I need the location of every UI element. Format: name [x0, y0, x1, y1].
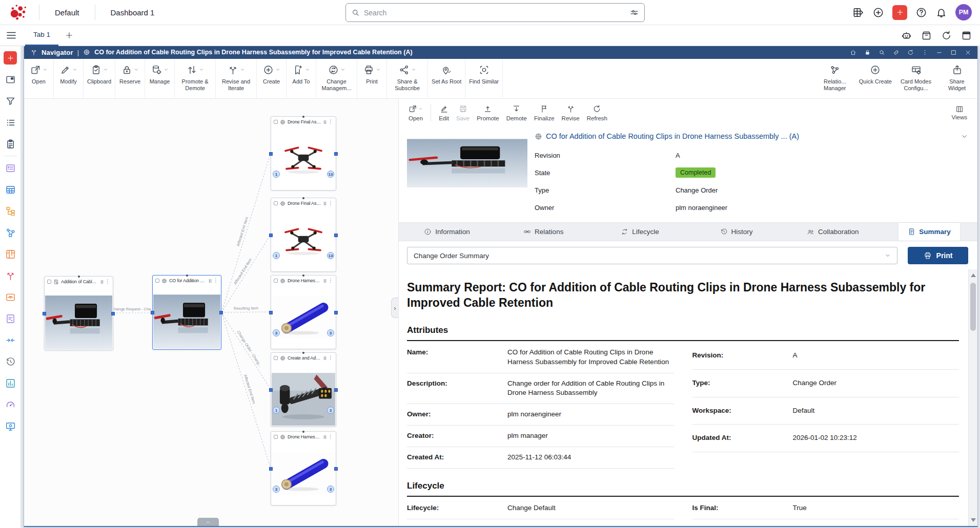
- home-icon[interactable]: [850, 49, 856, 56]
- node-checkbox[interactable]: [274, 356, 278, 360]
- panel-edit-button[interactable]: Edit: [435, 101, 453, 123]
- node-menu-icon[interactable]: ⋮: [328, 201, 333, 206]
- link-icon[interactable]: [893, 49, 900, 56]
- node-port-left[interactable]: [269, 388, 273, 392]
- node-menu-icon[interactable]: ⋮: [105, 279, 110, 284]
- node-freeze-icon[interactable]: [324, 356, 326, 360]
- scroll-up-arrow[interactable]: [971, 273, 976, 277]
- views-button[interactable]: Views: [952, 105, 971, 120]
- hamburger-icon[interactable]: [5, 29, 17, 41]
- sliders-icon[interactable]: [629, 8, 639, 17]
- tab-lifecycle[interactable]: Lifecycle: [591, 223, 688, 241]
- node-port-right[interactable]: [334, 467, 338, 471]
- panel-finalize-button[interactable]: Finalize: [530, 101, 558, 123]
- sidebar-filter-icon[interactable]: [4, 94, 17, 108]
- graph-node-fa1[interactable]: Drone Final Assembly (A)⋮113: [271, 116, 336, 191]
- toolbar-relatio-manager-button[interactable]: Relatio... Manager: [814, 59, 855, 98]
- node-freeze-icon[interactable]: [324, 279, 326, 283]
- graph-node-hs2[interactable]: Drone Harness Sub... (A)⋮33: [271, 431, 336, 505]
- panel-open-button[interactable]: Open: [405, 101, 426, 123]
- graph-canvas[interactable]: Change Request - Cha...Affected End Item…: [24, 99, 399, 526]
- node-menu-icon[interactable]: ⋮: [328, 119, 333, 124]
- export-grid-icon[interactable]: [852, 7, 864, 18]
- panel-promote-button[interactable]: Promote: [473, 101, 502, 123]
- sidebar-clipboard-icon[interactable]: [4, 137, 17, 151]
- menu-dashboard[interactable]: Dashboard 1: [95, 0, 170, 25]
- panel-revise-button[interactable]: Revise: [558, 101, 583, 123]
- report-select[interactable]: Change Order Summary: [407, 247, 897, 264]
- toolbar-modify-button[interactable]: Modify: [54, 59, 84, 98]
- sidebar-panel-icon[interactable]: [4, 73, 17, 86]
- node-menu-icon[interactable]: ⋮: [328, 278, 333, 283]
- node-freeze-icon[interactable]: [209, 279, 212, 283]
- sidebar-monitor-icon[interactable]: [4, 419, 17, 433]
- kebab-icon[interactable]: [922, 49, 928, 56]
- node-freeze-icon[interactable]: [324, 435, 326, 439]
- panel-collapse-handle[interactable]: ›: [391, 298, 398, 318]
- sidebar-kanban-icon[interactable]: [4, 247, 17, 261]
- toolbar-share-widget-button[interactable]: Share Widget: [936, 59, 977, 98]
- refresh-icon[interactable]: [907, 49, 914, 56]
- node-freeze-icon[interactable]: [101, 280, 104, 284]
- node-port-left[interactable]: [43, 312, 46, 315]
- toolbar-share-subscribe-button[interactable]: Share & Subscribe: [387, 59, 428, 98]
- toolbar-manage-button[interactable]: Manage: [145, 59, 175, 98]
- tab-relations[interactable]: Relations: [495, 223, 591, 241]
- node-checkbox[interactable]: [274, 120, 278, 124]
- package-icon[interactable]: [921, 30, 932, 41]
- node-port-left[interactable]: [269, 467, 273, 471]
- scrollbar-thumb[interactable]: [970, 283, 976, 331]
- sidebar-branch-icon[interactable]: [4, 269, 17, 282]
- sidebar-document-icon[interactable]: [4, 312, 17, 325]
- tab-1[interactable]: Tab 1: [25, 25, 58, 46]
- add-red-button[interactable]: [892, 5, 907, 20]
- sidebar-gauge-icon[interactable]: [4, 398, 17, 411]
- node-checkbox[interactable]: [155, 279, 159, 283]
- node-checkbox[interactable]: [274, 201, 278, 205]
- refresh-icon[interactable]: [941, 30, 952, 41]
- tab-information[interactable]: Information: [399, 223, 495, 241]
- menu-default[interactable]: Default: [39, 0, 95, 25]
- node-port-left[interactable]: [269, 234, 273, 237]
- tab-history[interactable]: History: [688, 223, 785, 241]
- toolbar-print-button[interactable]: Print: [357, 59, 387, 98]
- node-port-left[interactable]: [151, 311, 154, 314]
- notifications-icon[interactable]: [935, 7, 947, 18]
- sidebar-preview-icon[interactable]: [4, 290, 17, 304]
- sidebar-form-icon[interactable]: [4, 161, 17, 175]
- minimize-icon[interactable]: [936, 49, 943, 56]
- scroll-down-arrow[interactable]: [971, 518, 976, 522]
- node-port-right[interactable]: [111, 312, 115, 315]
- panel-refresh-button[interactable]: Refresh: [583, 101, 611, 123]
- close-icon[interactable]: [965, 49, 971, 56]
- node-port-left[interactable]: [269, 152, 273, 156]
- summary-scrollbar[interactable]: [968, 269, 977, 526]
- global-search[interactable]: [345, 3, 645, 22]
- graph-node-fa2[interactable]: Drone Final Assembly (A)⋮113: [271, 198, 336, 272]
- sidebar-add-red-button[interactable]: [4, 51, 17, 65]
- node-menu-icon[interactable]: ⋮: [328, 355, 333, 361]
- sidebar-network-icon[interactable]: [4, 226, 17, 239]
- graph-node-co[interactable]: CO for Addition of ... (A)⋮: [152, 275, 221, 350]
- node-port-left[interactable]: [269, 311, 273, 314]
- node-checkbox[interactable]: [47, 280, 51, 284]
- add-circle-icon[interactable]: [872, 7, 884, 18]
- graph-node-ca[interactable]: Create and Add Ca... (A)⋮13: [271, 352, 336, 427]
- toolbar-set-as-root-button[interactable]: Set As Root: [428, 59, 465, 98]
- toolbar-clipboard-button[interactable]: Clipboard: [84, 59, 115, 98]
- item-title-link[interactable]: CO for Addition of Cable Routing Clips i…: [546, 132, 799, 140]
- node-port-right[interactable]: [334, 234, 338, 237]
- lock-icon[interactable]: [864, 49, 871, 56]
- sidebar-chart-icon[interactable]: [4, 376, 17, 390]
- node-menu-icon[interactable]: ⋮: [328, 434, 333, 439]
- node-checkbox[interactable]: [274, 279, 278, 283]
- node-port-right[interactable]: [334, 388, 338, 392]
- search-input[interactable]: [364, 9, 625, 17]
- node-menu-icon[interactable]: ⋮: [213, 278, 218, 283]
- graph-node-cr[interactable]: Addition of Cable R... (A)⋮: [44, 276, 113, 350]
- graph-expand-handle[interactable]: [197, 518, 219, 526]
- plus-icon[interactable]: [65, 31, 74, 40]
- sidebar-history-icon[interactable]: [4, 355, 17, 368]
- sidebar-hierarchy-icon[interactable]: [4, 204, 17, 218]
- toolbar-open-button[interactable]: Open: [24, 59, 54, 98]
